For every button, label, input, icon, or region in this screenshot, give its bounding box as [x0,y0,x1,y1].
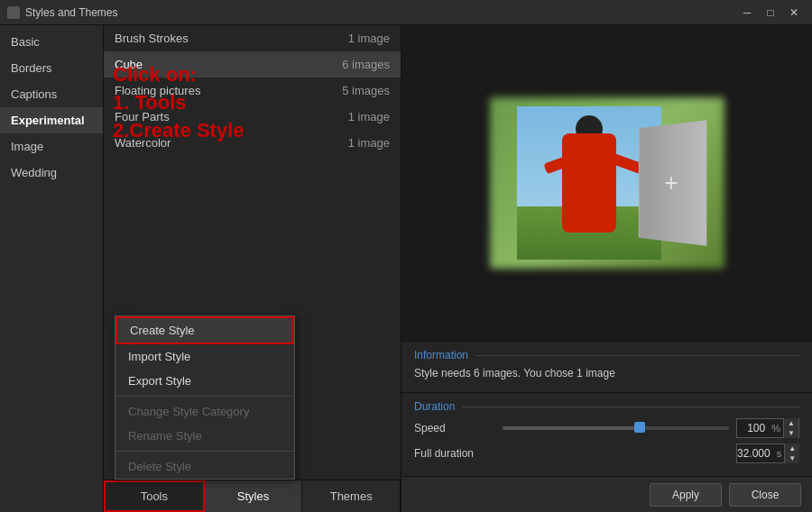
menu-create-style[interactable]: Create Style [115,316,294,344]
menu-rename-style[interactable]: Rename Style [115,424,294,448]
title-bar: Styles and Themes ─ □ ✕ [0,0,812,25]
style-count: 5 images [342,84,390,97]
window-title: Styles and Themes [25,6,736,19]
style-count: 1 image [348,32,390,45]
sidebar-item-wedding[interactable]: Wedding [0,160,103,186]
cube-side-face: + [638,120,706,246]
slider-fill [503,426,639,430]
style-row-four-parts[interactable]: Four Parts 1 image [104,104,401,130]
style-row-cube[interactable]: Cube 6 images [104,51,401,78]
full-duration-row: Full duration 32.000 s ▲ ▼ [414,443,799,463]
info-panel: Information Style needs 6 images. You ch… [401,341,812,392]
cube-side-inner: + [640,120,706,246]
style-name: Floating pictures [115,84,200,97]
style-row-brush-strokes[interactable]: Brush Strokes 1 image [104,25,401,51]
style-row-floating-pictures[interactable]: Floating pictures 5 images [104,78,401,104]
menu-separator [115,396,294,397]
cube-preview: + [490,97,724,269]
red-suit [562,133,616,233]
plus-icon: + [664,169,678,198]
full-duration-down-arrow[interactable]: ▼ [785,453,799,463]
maximize-button[interactable]: □ [760,4,781,22]
window-controls: ─ □ ✕ [736,4,805,22]
sidebar-item-image[interactable]: Image [0,133,103,160]
center-panel: Brush Strokes 1 image Cube 6 images Floa… [104,25,401,512]
sidebar-item-experimental[interactable]: Experimental [0,107,103,133]
style-name: Four Parts [115,110,170,123]
speed-up-arrow[interactable]: ▲ [784,418,798,428]
speed-unit: % [769,423,783,434]
menu-separator-2 [115,451,294,452]
apply-button[interactable]: Apply [650,483,722,507]
slider-thumb[interactable] [634,422,645,433]
bottom-tabs: Tools Styles Themes [104,480,401,512]
duration-header: Duration [414,400,799,413]
duration-panel: Duration Speed 100 % ▲ ▼ Full du [401,392,812,476]
tab-tools[interactable]: Tools [104,480,205,512]
full-duration-arrows: ▲ ▼ [784,443,799,463]
sidebar: Basic Borders Captions Experimental Imag… [0,25,104,512]
style-name: Watercolor [115,136,171,150]
close-button[interactable]: ✕ [783,4,805,22]
tab-themes[interactable]: Themes [302,480,401,512]
style-count: 1 image [348,110,390,123]
full-duration-spinbox[interactable]: 32.000 s ▲ ▼ [736,443,799,463]
speed-spinbox[interactable]: 100 % ▲ ▼ [736,418,799,438]
context-menu: Create Style Import Style Export Style C… [115,315,295,480]
main-layout: Basic Borders Captions Experimental Imag… [0,25,812,512]
close-button[interactable]: Close [729,483,801,507]
speed-value: 100 [737,422,769,434]
preview-area: + [401,25,812,341]
full-duration-unit: s [774,448,785,459]
menu-export-style[interactable]: Export Style [115,369,294,393]
speed-down-arrow[interactable]: ▼ [784,428,798,438]
tab-styles[interactable]: Styles [205,480,303,512]
style-count: 1 image [348,136,390,150]
information-header: Information [414,349,799,361]
sidebar-item-borders[interactable]: Borders [0,55,103,81]
speed-arrows: ▲ ▼ [783,418,798,438]
sidebar-item-basic[interactable]: Basic [0,29,103,55]
full-duration-value: 32.000 [737,447,774,460]
information-text: Style needs 6 images. You chose 1 image [414,367,799,379]
full-duration-up-arrow[interactable]: ▲ [785,443,799,453]
action-bar: Apply Close [401,476,812,512]
menu-change-style-category[interactable]: Change Style Category [115,399,294,424]
minimize-button[interactable]: ─ [736,4,758,22]
menu-import-style[interactable]: Import Style [115,344,294,369]
full-duration-label: Full duration [414,447,495,460]
style-row-watercolor[interactable]: Watercolor 1 image [104,130,401,156]
style-name: Brush Strokes [115,32,189,45]
menu-delete-style[interactable]: Delete Style [115,454,294,479]
speed-slider[interactable] [503,426,729,430]
app-icon [7,6,20,19]
sidebar-item-captions[interactable]: Captions [0,81,103,107]
style-name: Cube [115,58,143,71]
speed-row: Speed 100 % ▲ ▼ [414,418,799,438]
right-panel: + Information Style needs 6 images. You … [401,25,812,512]
style-count: 6 images [342,58,390,71]
speed-label: Speed [414,422,495,434]
